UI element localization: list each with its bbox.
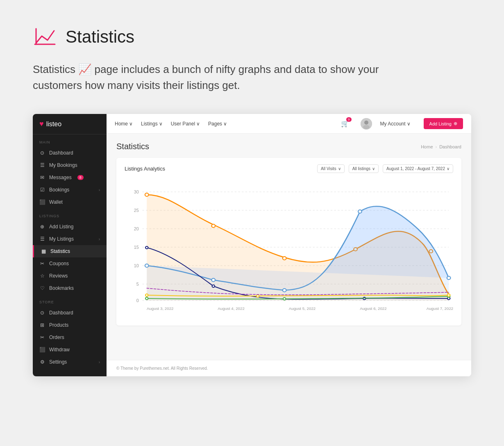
sidebar-item-withdraw[interactable]: ⬛ Withdraw	[33, 344, 107, 356]
sidebar-section-listings: LISTINGS	[33, 208, 107, 221]
sidebar-item-bookings[interactable]: ☑ Bookings ›	[33, 184, 107, 196]
sidebar-item-label: Withdraw	[49, 347, 70, 353]
chevron-icon: ›	[99, 237, 100, 241]
filter-listings[interactable]: All listings ∨	[349, 164, 379, 173]
sidebar-item-settings[interactable]: ⚙ Settings ›	[33, 356, 107, 368]
page-content: Statistics Home › Dashboard Listings Ana…	[107, 134, 471, 360]
chart-container: 30 25 20 15 10 5 0 August 3, 2022 August…	[125, 180, 453, 319]
svg-text:20: 20	[134, 227, 139, 231]
nav-user-panel[interactable]: User Panel ∨	[171, 121, 200, 127]
svg-text:August 5, 2022: August 5, 2022	[289, 307, 316, 311]
chart-header: Listings Analytics All Visits ∨ All list…	[125, 164, 453, 173]
calendar-icon: ☑	[39, 187, 45, 193]
my-account-button[interactable]: My Account ∨	[380, 121, 411, 127]
page-header: Statistics	[33, 25, 471, 49]
svg-text:10: 10	[134, 264, 139, 268]
svg-point-24	[145, 193, 149, 196]
sidebar-item-my-bookings[interactable]: ☰ My Bookings	[33, 159, 107, 171]
chart-card: Listings Analytics All Visits ∨ All list…	[116, 158, 461, 325]
statistics-page-icon	[33, 25, 57, 49]
breadcrumb-home: Home	[421, 144, 433, 149]
svg-point-30	[211, 278, 215, 282]
page-title: Statistics	[66, 27, 134, 47]
chevron-down-icon: ∨	[447, 166, 450, 171]
messages-icon: ✉	[39, 175, 45, 180]
svg-point-35	[212, 285, 215, 287]
sidebar-item-label: Reviews	[49, 273, 68, 279]
filter-visits-label: All Visits	[321, 166, 336, 171]
svg-text:August 7, 2022: August 7, 2022	[427, 307, 453, 311]
plus-icon: ⊕	[454, 121, 457, 126]
sidebar-item-wallet[interactable]: ⬛ Wallet	[33, 196, 107, 208]
chevron-down-icon: ∨	[407, 121, 411, 127]
my-account-label: My Account	[380, 121, 406, 127]
logo-icon: ♥	[39, 120, 44, 128]
svg-text:30: 30	[134, 190, 139, 194]
breadcrumb-dashboard: Dashboard	[439, 144, 461, 149]
chevron-down-icon: ∨	[159, 121, 163, 127]
svg-point-3	[364, 121, 368, 125]
sidebar-item-label: Dashboard	[49, 150, 73, 156]
sidebar-item-my-listings[interactable]: ☰ My Listings ›	[33, 233, 107, 245]
breadcrumb-sep: ›	[436, 144, 437, 149]
wallet-icon: ⬛	[39, 199, 45, 205]
nav-listings-label: Listings	[141, 121, 158, 127]
sidebar-item-bookmarks[interactable]: ♡ Bookmarks	[33, 282, 107, 294]
content-title: Statistics	[116, 142, 149, 151]
sidebar-section-store: STORE	[33, 294, 107, 307]
star-icon: ☆	[39, 273, 45, 279]
sidebar-item-label: Add Listing	[49, 224, 73, 230]
sidebar-item-coupons[interactable]: ✂ Coupons	[33, 257, 107, 270]
svg-text:August 6, 2022: August 6, 2022	[360, 307, 387, 311]
browser-mockup: ♥ listeo MAIN ⊙ Dashboard ☰ My Bookings …	[33, 114, 471, 376]
chevron-icon: ›	[99, 360, 100, 364]
svg-point-43	[447, 294, 450, 296]
sidebar-section-main: MAIN	[33, 134, 107, 147]
nav-pages[interactable]: Pages ∨	[208, 121, 227, 127]
filter-date[interactable]: August 1, 2022 - August 7, 2022 ∨	[383, 164, 453, 173]
sidebar-item-store-dashboard[interactable]: ⊙ Dashboard	[33, 307, 107, 319]
sidebar-item-messages[interactable]: ✉ Messages 8	[33, 171, 107, 184]
sidebar-item-statistics[interactable]: ▦ Statistics	[33, 245, 107, 257]
sidebar-item-orders[interactable]: ✂ Orders	[33, 331, 107, 344]
messages-badge: 8	[77, 175, 84, 180]
svg-point-38	[145, 297, 148, 300]
sidebar-item-label: Bookings	[49, 187, 69, 193]
nav-user-panel-label: User Panel	[171, 121, 195, 127]
withdraw-icon: ⬛	[39, 347, 45, 353]
cart-button[interactable]: 🛒 9	[341, 120, 349, 127]
nav-listings[interactable]: Listings ∨	[141, 121, 163, 127]
sidebar-logo: ♥ listeo	[33, 114, 107, 134]
filter-visits[interactable]: All Visits ∨	[317, 164, 345, 173]
sidebar-item-label: My Listings	[49, 236, 74, 242]
sidebar-item-label: Wallet	[49, 199, 63, 205]
cart-badge: 9	[346, 117, 351, 122]
svg-point-41	[145, 294, 148, 296]
sidebar-item-label: Dashboard	[49, 310, 73, 316]
sidebar-item-label: Bookmarks	[49, 285, 74, 291]
sidebar: ♥ listeo MAIN ⊙ Dashboard ☰ My Bookings …	[33, 114, 107, 376]
svg-point-4	[363, 125, 370, 129]
sidebar-item-label: Statistics	[50, 248, 70, 254]
coupons-icon: ✂	[39, 261, 45, 266]
top-nav: Home ∨ Listings ∨ User Panel ∨ Pages ∨	[107, 114, 471, 134]
svg-point-34	[145, 246, 148, 249]
sidebar-item-dashboard[interactable]: ⊙ Dashboard	[33, 147, 107, 159]
page-description: Statistics 📈 page includes a bunch of ni…	[33, 61, 385, 93]
settings-icon: ⚙	[39, 359, 45, 365]
sidebar-item-add-listing[interactable]: ⊕ Add Listing	[33, 221, 107, 233]
add-listing-label: Add Listing	[429, 121, 452, 126]
statistics-icon: ▦	[41, 248, 46, 254]
sidebar-item-products[interactable]: ⊞ Products	[33, 319, 107, 331]
nav-home[interactable]: Home ∨	[115, 121, 133, 127]
svg-text:0: 0	[136, 298, 139, 303]
svg-point-31	[283, 289, 286, 292]
breadcrumb: Home › Dashboard	[421, 144, 461, 149]
add-listing-button[interactable]: Add Listing ⊕	[424, 118, 463, 129]
svg-text:25: 25	[134, 208, 139, 213]
sidebar-item-reviews[interactable]: ☆ Reviews	[33, 270, 107, 282]
chart-filters: All Visits ∨ All listings ∨ August 1, 20…	[317, 164, 453, 173]
store-dashboard-icon: ⊙	[39, 310, 45, 316]
svg-text:5: 5	[136, 282, 139, 287]
chevron-down-icon: ∨	[129, 121, 133, 127]
